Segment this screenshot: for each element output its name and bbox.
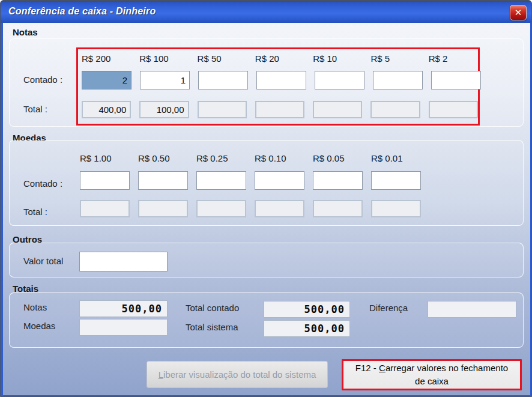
moedas-col-header: R$ 0.10 [255,153,304,165]
totais-groupbox: Notas 500,00 Moedas Total contado 500,00… [9,292,524,348]
moedas-contado-input-050[interactable] [138,171,188,190]
section-label-notas: Notas [13,27,38,37]
diferenca-field [428,301,516,318]
liberar-label: iberar visualização do total do sistema [163,369,316,380]
notas-col-header: R$ 50 [198,53,247,65]
moedas-contado-input-001[interactable] [371,171,421,190]
moedas-total-field-010 [255,200,304,217]
notas-annotation-red-frame: R$ 200 R$ 100 R$ 50 R$ 20 R$ 10 R$ 5 R$ … [76,47,480,126]
total-sistema-label: Total sistema [186,322,238,332]
moedas-groupbox: Contado : Total : R$ 1.00 R$ 0.50 R$ 0.2… [9,140,524,226]
notas-total-field-200: 400,00 [82,101,131,118]
moedas-total-field-025 [196,200,246,217]
total-sistema-field: 500,00 [264,320,350,337]
notas-contado-input-10[interactable] [315,71,364,89]
notas-contado-input-50[interactable] [198,71,248,89]
moedas-total-field-005 [313,200,363,217]
notas-denomination-headers: R$ 200 R$ 100 R$ 50 R$ 20 R$ 10 R$ 5 R$ … [82,53,478,65]
notas-total-field-2 [429,101,478,118]
title-bar: Conferência de caixa - Dinheiro ✕ [1,1,531,23]
moedas-contado-input-005[interactable] [313,171,363,190]
notas-total-field-50 [198,101,247,118]
moedas-col-header: R$ 0.05 [313,153,363,165]
moedas-total-row-label: Total : [23,207,47,217]
f12-prefix: F12 - [355,363,379,373]
valor-total-input[interactable] [79,252,168,271]
dialog-window: Conferência de caixa - Dinheiro ✕ Notas … [0,0,532,397]
dialog-body: Notas Contado : Total : R$ 200 R$ 100 R$… [1,23,532,397]
notas-contado-input-200[interactable] [82,71,131,89]
f12-accelerator: C [379,363,385,373]
notas-contado-row-label: Contado : [23,74,62,85]
notas-col-header: R$ 2 [429,53,478,65]
notas-col-header: R$ 100 [139,53,189,65]
notas-col-header: R$ 10 [313,53,362,65]
moedas-col-header: R$ 0.01 [371,153,421,165]
close-icon[interactable]: ✕ [510,5,527,20]
totais-moedas-label: Moedas [23,321,55,331]
window-title: Conferência de caixa - Dinheiro [8,6,156,17]
f12-label: arregar valores no fechamento de caixa [385,363,508,386]
notas-total-field-20 [255,101,304,118]
moedas-total-field-100 [80,200,130,217]
notas-col-header: R$ 20 [255,53,304,65]
liberar-accelerator: L [159,369,163,380]
notas-total-field-10 [313,101,362,118]
notas-total-field-5 [370,101,420,118]
notas-total-row: 400,00 100,00 [82,101,478,118]
notas-contado-input-5[interactable] [373,71,423,89]
moedas-total-field-001 [371,200,421,217]
totais-moedas-field [79,319,168,336]
moedas-total-field-050 [138,200,188,217]
moedas-total-row [80,200,421,217]
moedas-grid: R$ 1.00 R$ 0.50 R$ 0.25 R$ 0.10 R$ 0.05 … [80,153,421,217]
moedas-contado-row [80,171,421,190]
notas-contado-input-20[interactable] [256,71,306,89]
diferenca-label: Diferença [369,303,408,313]
moedas-contado-input-010[interactable] [255,171,304,190]
total-contado-label: Total contado [186,303,239,313]
moedas-col-header: R$ 0.50 [138,153,188,165]
notas-contado-input-100[interactable] [140,71,190,89]
totais-notas-field: 500,00 [79,300,168,317]
valor-total-label: Valor total [23,256,63,266]
notas-total-row-label: Total : [23,104,47,114]
notas-col-header: R$ 5 [370,53,420,65]
notas-contado-input-2[interactable] [431,71,481,89]
notas-contado-row [82,71,478,89]
moedas-col-header: R$ 0.25 [196,153,246,165]
totais-notas-label: Notas [23,302,47,312]
moedas-col-header: R$ 1.00 [80,153,130,165]
notas-total-field-100: 100,00 [139,101,189,118]
notas-col-header: R$ 200 [82,53,131,65]
moedas-contado-row-label: Contado : [23,178,62,189]
moedas-contado-input-100[interactable] [80,171,130,190]
total-contado-field: 500,00 [264,301,350,318]
liberar-visualizacao-button: Liberar visualização do total do sistema [147,361,328,388]
moedas-contado-input-025[interactable] [196,171,246,190]
moedas-denomination-headers: R$ 1.00 R$ 0.50 R$ 0.25 R$ 0.10 R$ 0.05 … [80,153,421,165]
f12-carregar-valores-button[interactable]: F12 - Carregar valores no fechamento de … [342,359,522,390]
outros-groupbox: Valor total [9,243,524,277]
notas-groupbox: Contado : Total : R$ 200 R$ 100 R$ 50 R$… [9,38,524,127]
